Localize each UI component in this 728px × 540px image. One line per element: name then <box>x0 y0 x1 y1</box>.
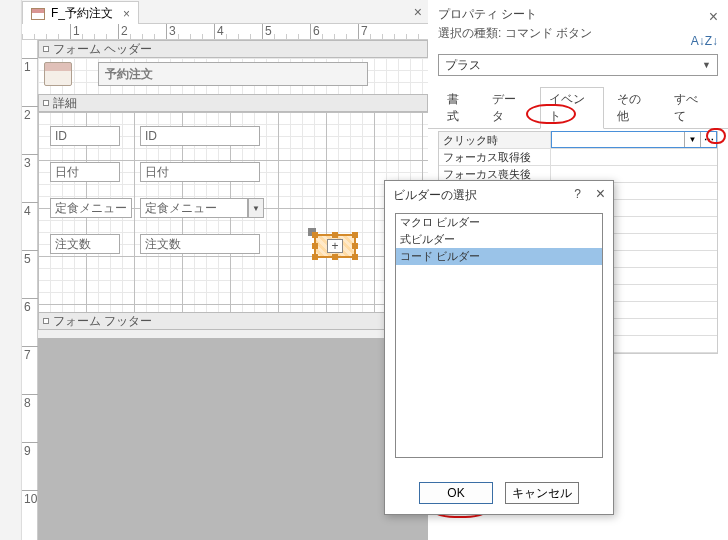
builder-option[interactable]: マクロ ビルダー <box>396 214 602 231</box>
pane-close-icon[interactable]: × <box>414 4 422 20</box>
command-button-selected[interactable]: + <box>314 234 356 258</box>
tab-f-yoyaku[interactable]: F_予約注文 × <box>22 1 139 25</box>
sort-az-icon[interactable]: A↓Z↓ <box>691 34 718 48</box>
left-gutter <box>0 0 22 540</box>
property-row[interactable]: クリック時▼⋯ <box>439 132 717 149</box>
property-value[interactable]: ▼⋯ <box>551 131 717 148</box>
label-date[interactable]: 日付 <box>50 162 120 182</box>
section-label: フォーム ヘッダー <box>53 41 152 58</box>
selection-type-label: 選択の種類: コマンド ボタン <box>428 25 728 50</box>
textbox-date[interactable]: 日付 <box>140 162 260 182</box>
resize-handle[interactable] <box>332 254 338 260</box>
property-sheet-title: プロパティ シート <box>428 0 728 25</box>
resize-handle[interactable] <box>352 254 358 260</box>
textbox-qty[interactable]: 注文数 <box>140 234 260 254</box>
textbox-id[interactable]: ID <box>140 126 260 146</box>
section-label: フォーム フッター <box>53 313 152 330</box>
form-icon <box>31 8 45 20</box>
resize-handle[interactable] <box>352 243 358 249</box>
builder-listbox[interactable]: マクロ ビルダー式ビルダーコード ビルダー <box>395 213 603 458</box>
help-icon[interactable]: ? <box>574 187 581 201</box>
resize-handle[interactable] <box>352 232 358 238</box>
chevron-down-icon: ▼ <box>702 60 711 70</box>
section-body-detail[interactable]: ID ID 日付 日付 定食メニュー 定食メニュー ▼ 注文数 注文数 + <box>38 112 428 312</box>
combobox-dropdown-icon[interactable]: ▼ <box>248 198 264 218</box>
property-tab-0[interactable]: 書式 <box>438 87 479 129</box>
property-tab-1[interactable]: データ <box>483 87 536 129</box>
form-design-pane: F_予約注文 × × 1234567 12345678910 フォーム ヘッダー… <box>0 0 428 540</box>
label-id[interactable]: ID <box>50 126 120 146</box>
section-handle-icon <box>43 100 49 106</box>
section-bar-header[interactable]: フォーム ヘッダー <box>38 40 428 58</box>
section-body-header[interactable]: 予約注文 <box>38 58 428 94</box>
property-sheet-close-icon[interactable]: × <box>709 8 718 26</box>
chevron-down-icon[interactable]: ▼ <box>684 132 700 147</box>
property-name: クリック時 <box>439 132 551 148</box>
resize-handle[interactable] <box>332 232 338 238</box>
section-handle-icon <box>43 318 49 324</box>
section-body-footer[interactable] <box>38 330 428 338</box>
builder-dialog: ビルダーの選択 ? × マクロ ビルダー式ビルダーコード ビルダー OK キャン… <box>384 180 614 515</box>
vertical-ruler: 12345678910 <box>22 40 38 540</box>
form-logo-icon[interactable] <box>44 62 72 86</box>
form-title-label[interactable]: 予約注文 <box>98 62 368 86</box>
builder-option[interactable]: 式ビルダー <box>396 231 602 248</box>
property-tab-2[interactable]: イベント <box>540 87 604 129</box>
design-void <box>38 338 428 540</box>
object-selector-value: プラス <box>445 57 481 74</box>
section-bar-footer[interactable]: フォーム フッター <box>38 312 428 330</box>
dialog-buttons: OK キャンセル <box>385 482 613 504</box>
cancel-button[interactable]: キャンセル <box>505 482 579 504</box>
section-handle-icon <box>43 46 49 52</box>
property-row[interactable]: フォーカス取得後 <box>439 149 717 166</box>
label-menu[interactable]: 定食メニュー <box>50 198 132 218</box>
ok-button[interactable]: OK <box>419 482 493 504</box>
property-name: フォーカス取得後 <box>439 149 551 165</box>
property-tab-3[interactable]: その他 <box>608 87 661 129</box>
resize-handle[interactable] <box>312 254 318 260</box>
object-selector-combo[interactable]: プラス ▼ <box>438 54 718 76</box>
builder-ellipsis-icon[interactable]: ⋯ <box>700 132 716 147</box>
builder-option[interactable]: コード ビルダー <box>396 248 602 265</box>
form-title-text: 予約注文 <box>105 66 153 83</box>
resize-handle[interactable] <box>312 243 318 249</box>
property-tab-4[interactable]: すべて <box>665 87 718 129</box>
close-icon[interactable]: × <box>596 185 605 203</box>
label-qty[interactable]: 注文数 <box>50 234 120 254</box>
section-label: 詳細 <box>53 95 77 112</box>
combobox-menu[interactable]: 定食メニュー <box>140 198 248 218</box>
property-value[interactable] <box>551 149 717 165</box>
horizontal-ruler: 1234567 <box>22 24 428 40</box>
design-canvas[interactable]: フォーム ヘッダー 予約注文 詳細 ID ID 日付 日付 定食メニュー 定食メ… <box>38 40 428 540</box>
plus-icon: + <box>327 239 343 253</box>
tab-close-icon[interactable]: × <box>123 7 130 21</box>
tab-title: F_予約注文 <box>51 5 113 22</box>
section-bar-detail[interactable]: 詳細 <box>38 94 428 112</box>
document-tabs: F_予約注文 × × <box>22 0 428 24</box>
resize-handle[interactable] <box>312 232 318 238</box>
property-tabs: 書式データイベントその他すべて <box>428 86 728 129</box>
